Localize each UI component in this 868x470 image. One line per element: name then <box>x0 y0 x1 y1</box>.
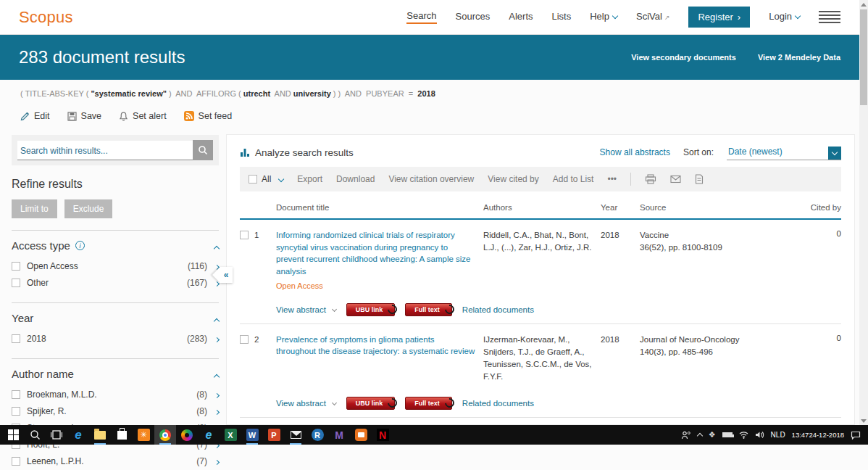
nav-alerts[interactable]: Alerts <box>509 11 533 23</box>
authors-cell[interactable]: IJzerman-Korevaar, M., Snijders, T.J., d… <box>483 334 593 384</box>
column-document-title[interactable]: Document title <box>276 203 476 212</box>
ubu-link-button[interactable]: UBU link <box>346 303 396 316</box>
select-all-checkbox[interactable] <box>249 175 257 184</box>
author-checkbox[interactable] <box>12 457 20 466</box>
export-button[interactable]: Export <box>297 174 322 184</box>
full-text-button[interactable]: Full text <box>405 397 452 410</box>
start-button[interactable] <box>2 425 24 445</box>
author-checkbox[interactable] <box>12 407 20 416</box>
download-button[interactable]: Download <box>336 174 375 184</box>
register-button[interactable]: Register› <box>688 7 750 28</box>
set-alert-button[interactable]: Set alert <box>119 111 167 121</box>
scroll-up-arrow[interactable] <box>859 0 868 9</box>
taskbar-app-dark-swirl[interactable] <box>176 425 198 445</box>
related-documents-link[interactable]: Related documents <box>462 399 534 408</box>
chevron-right-icon[interactable] <box>207 389 219 400</box>
year-2018-checkbox[interactable] <box>12 334 20 343</box>
taskbar-excel[interactable]: X <box>220 425 241 445</box>
other-checkbox[interactable] <box>12 279 20 287</box>
language-indicator[interactable]: NLD <box>771 431 785 439</box>
battery-icon[interactable] <box>722 432 733 437</box>
taskbar-app-r[interactable]: R <box>306 425 328 445</box>
taskbar-chrome[interactable] <box>154 425 176 445</box>
save-query-button[interactable]: Save <box>67 111 102 121</box>
author-name-header[interactable]: Author name <box>12 368 219 380</box>
access-type-header[interactable]: Access type i <box>12 239 219 252</box>
view-abstract-link[interactable]: View abstract <box>276 399 336 408</box>
info-icon[interactable]: i <box>75 241 85 250</box>
more-options-button[interactable]: ••• <box>607 174 617 184</box>
authors-cell[interactable]: Riddell, C.A., Bhat, N., Bont, L.J., (..… <box>483 229 593 290</box>
nav-scival[interactable]: SciVal↗ <box>636 11 669 23</box>
save-to-pdf-button[interactable] <box>695 174 704 184</box>
nav-help[interactable]: Help <box>590 11 617 23</box>
taskbar-photos-app[interactable]: ✳ <box>133 425 154 445</box>
document-title-link[interactable]: Prevalence of symptoms in glioma patient… <box>276 334 476 358</box>
email-button[interactable] <box>670 175 681 184</box>
collapse-chevron-icon[interactable] <box>214 246 220 252</box>
scrollbar-thumb[interactable] <box>860 9 867 105</box>
exclude-button[interactable]: Exclude <box>64 199 113 218</box>
show-all-abstracts-link[interactable]: Show all abstracts <box>600 147 670 157</box>
chevron-right-icon[interactable] <box>207 456 219 466</box>
taskbar-microsoft-store[interactable] <box>111 425 133 445</box>
author-checkbox[interactable] <box>12 390 20 399</box>
cited-by-cell[interactable]: 0 <box>801 334 841 384</box>
wifi-icon[interactable] <box>739 431 748 439</box>
view-secondary-documents-link[interactable]: View secondary documents <box>631 53 736 62</box>
taskbar-app-box[interactable] <box>350 425 372 445</box>
limit-to-button[interactable]: Limit to <box>12 199 57 218</box>
taskbar-powerpoint[interactable]: P <box>263 425 285 445</box>
nav-search[interactable]: Search <box>406 10 436 24</box>
cited-by-cell[interactable]: 0 <box>801 229 841 290</box>
taskbar-search-button[interactable] <box>24 425 46 445</box>
nav-login[interactable]: Login <box>769 11 800 23</box>
add-to-list-button[interactable]: Add to List <box>553 174 594 184</box>
sort-dropdown[interactable]: Date (newest) <box>727 145 841 160</box>
collapse-sidebar-handle[interactable]: « <box>220 267 233 283</box>
scopus-logo[interactable]: Scopus <box>19 8 73 27</box>
select-all-dropdown[interactable]: All <box>249 174 283 184</box>
taskbar-internet-explorer[interactable]: e <box>198 425 220 445</box>
column-cited-by[interactable]: Cited by <box>801 203 841 212</box>
ubu-link-button[interactable]: UBU link <box>346 397 396 410</box>
taskbar-netflix[interactable]: N <box>372 425 393 445</box>
collapse-chevron-icon[interactable] <box>214 318 220 324</box>
view-citation-overview-button[interactable]: View citation overview <box>388 174 474 184</box>
search-within-results-button[interactable] <box>193 140 213 160</box>
nav-lists[interactable]: Lists <box>552 11 572 23</box>
source-cell[interactable]: Journal of Neuro-Oncology 140(3), pp. 48… <box>640 334 793 384</box>
nav-sources[interactable]: Sources <box>456 11 491 23</box>
scroll-down-arrow[interactable] <box>859 416 868 425</box>
document-title-link[interactable]: Informing randomized clinical trials of … <box>276 229 476 278</box>
column-source[interactable]: Source <box>640 203 793 212</box>
open-access-checkbox[interactable] <box>12 262 20 271</box>
taskbar-word[interactable]: W <box>241 425 263 445</box>
taskbar-mail[interactable] <box>285 425 306 445</box>
column-year[interactable]: Year <box>601 203 633 212</box>
dropbox-icon[interactable]: ❖ <box>709 430 716 440</box>
taskbar-edge[interactable]: e <box>67 425 89 445</box>
collapse-chevron-icon[interactable] <box>214 374 220 380</box>
analyze-search-results-link[interactable]: Analyze search results <box>240 147 354 158</box>
row-checkbox[interactable] <box>240 335 249 344</box>
tray-expand-chevron[interactable] <box>698 432 702 438</box>
full-text-button[interactable]: Full text <box>405 303 452 316</box>
taskbar-clock[interactable]: 13:47 24-12-2018 <box>792 431 844 439</box>
set-feed-button[interactable]: Set feed <box>184 111 233 121</box>
view-abstract-link[interactable]: View abstract <box>276 305 336 314</box>
chevron-right-icon[interactable] <box>207 406 219 416</box>
volume-icon[interactable] <box>755 431 764 439</box>
view-mendeley-data-link[interactable]: View 2 Mendeley Data <box>758 53 840 62</box>
task-view-button[interactable] <box>46 425 67 445</box>
page-scrollbar[interactable] <box>859 0 868 425</box>
source-cell[interactable]: Vaccine 36(52), pp. 8100-8109 <box>640 229 793 290</box>
people-icon[interactable] <box>681 431 691 440</box>
action-center-icon[interactable] <box>851 431 861 440</box>
taskbar-file-explorer[interactable] <box>89 425 111 445</box>
related-documents-link[interactable]: Related documents <box>462 305 534 314</box>
year-header[interactable]: Year <box>12 312 219 324</box>
print-button[interactable] <box>645 174 656 184</box>
search-within-results-input[interactable] <box>17 141 193 160</box>
view-cited-by-button[interactable]: View cited by <box>488 174 538 184</box>
